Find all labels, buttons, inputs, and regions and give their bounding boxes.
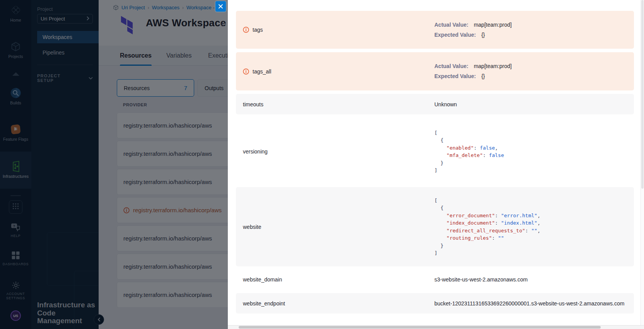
close-drawer-button[interactable] bbox=[215, 1, 226, 12]
attribute-row-website_endpoint: website_endpointbucket-12023111316533692… bbox=[236, 293, 634, 314]
drift-warning-icon bbox=[243, 68, 249, 75]
vertical-scrollbar[interactable] bbox=[641, 0, 644, 325]
expected-value-label: Expected Value: bbox=[434, 72, 476, 80]
expected-value: {} bbox=[481, 31, 485, 39]
attribute-value: [ { "enabled": false, "mfa_delete": fals… bbox=[434, 129, 629, 174]
attribute-row-website: website[ { "error_document": "error.html… bbox=[236, 187, 634, 266]
attribute-value: [ { "error_document": "error.html", "ind… bbox=[434, 197, 629, 257]
attribute-name: website_endpoint bbox=[243, 300, 285, 307]
json-code-block: [ { "error_document": "error.html", "ind… bbox=[434, 197, 629, 257]
attribute-row-website_domain: website_domains3-website-us-west-2.amazo… bbox=[236, 268, 634, 291]
drift-warning-icon bbox=[243, 27, 249, 33]
attribute-name: tags_all bbox=[253, 68, 271, 75]
actual-value-label: Actual Value: bbox=[434, 21, 468, 29]
horizontal-scrollbar[interactable] bbox=[228, 325, 644, 329]
attribute-name: website bbox=[243, 224, 261, 230]
actual-value: map[team:prod] bbox=[474, 21, 512, 29]
close-icon bbox=[218, 4, 223, 9]
resource-detail-drawer: tagsActual Value:map[team:prod]Expected … bbox=[228, 0, 644, 329]
expected-value: {} bbox=[481, 72, 485, 80]
actual-value-label: Actual Value: bbox=[434, 62, 468, 70]
page: HomeProjectsBuildsFeature FlagsInfrastru… bbox=[0, 0, 644, 329]
actual-value: map[team:prod] bbox=[474, 62, 512, 70]
attribute-value: s3-website-us-west-2.amazonaws.com bbox=[434, 276, 629, 283]
attribute-name: versioning bbox=[243, 148, 268, 155]
attribute-name: website_domain bbox=[243, 276, 282, 283]
expected-value-label: Expected Value: bbox=[434, 31, 476, 39]
attribute-row-tags: tagsActual Value:map[team:prod]Expected … bbox=[236, 11, 634, 49]
json-code-block: [ { "enabled": false, "mfa_delete": fals… bbox=[434, 129, 629, 174]
attribute-row-tags_all: tags_allActual Value:map[team:prod]Expec… bbox=[236, 52, 634, 90]
attribute-row-versioning: versioning[ { "enabled": false, "mfa_del… bbox=[236, 118, 634, 185]
attribute-row-timeouts: timeoutsUnknown bbox=[236, 94, 634, 114]
attribute-value: Actual Value:map[team:prod]Expected Valu… bbox=[434, 60, 629, 82]
attribute-value: bucket-12023111316533692260000001.s3-web… bbox=[434, 300, 629, 307]
attribute-name: timeouts bbox=[243, 101, 263, 107]
attribute-name: tags bbox=[253, 27, 263, 33]
vertical-scrollbar-thumb[interactable] bbox=[641, 0, 644, 189]
horizontal-scrollbar-thumb[interactable] bbox=[239, 326, 601, 329]
attribute-value: Actual Value:map[team:prod]Expected Valu… bbox=[434, 19, 629, 41]
attribute-value: Unknown bbox=[434, 101, 629, 107]
